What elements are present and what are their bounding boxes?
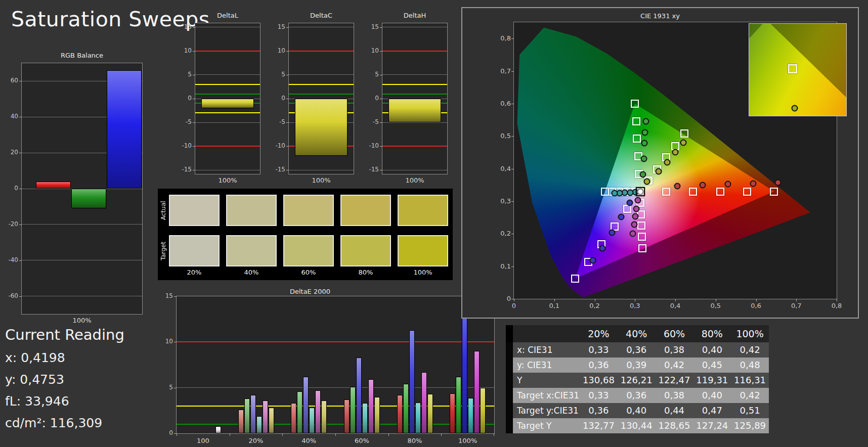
gridline bbox=[22, 296, 142, 296]
y-axis-tick-mark bbox=[511, 266, 514, 267]
deltal-chart[interactable]: 151050-5-10-15 bbox=[195, 23, 261, 174]
deltae-bar-green bbox=[456, 377, 461, 433]
y-axis-tick-mark bbox=[193, 170, 195, 170]
x-axis-tick-label: 0,4 bbox=[664, 302, 686, 309]
y-axis-tick-label: 5 bbox=[268, 71, 285, 78]
y-axis-tick-label: 0 bbox=[1, 185, 18, 192]
y-axis-tick-mark bbox=[193, 75, 195, 75]
deltac-chart[interactable]: 151050-5-10-15 bbox=[288, 23, 354, 174]
swatch-panel[interactable]: ActualTarget20%40%60%80%100% bbox=[158, 189, 453, 280]
target-square-blue bbox=[623, 205, 631, 213]
measured-dot-yellow bbox=[644, 178, 650, 185]
deltal-title: DeltaL bbox=[185, 12, 271, 19]
y-axis-tick-label: 0,2 bbox=[492, 230, 511, 237]
measured-dot-yellow bbox=[664, 159, 671, 165]
y-axis-tick-mark bbox=[19, 296, 22, 297]
swatch-row-label: Actual bbox=[160, 195, 167, 226]
rgb-balance-chart[interactable]: 6040200-20-40-60 bbox=[21, 63, 143, 315]
deltae-bar-magenta bbox=[315, 390, 321, 433]
y-axis-tick-label: 0,3 bbox=[492, 197, 511, 205]
y-axis-tick-label: -5 bbox=[268, 118, 285, 125]
measured-dot-magenta bbox=[634, 197, 641, 204]
reference-line bbox=[177, 341, 494, 342]
table-cell: 0,40 bbox=[693, 388, 731, 403]
y-axis-tick-label: -15 bbox=[362, 166, 379, 173]
table-cell: 0,38 bbox=[656, 388, 693, 403]
table-cell: 0,33 bbox=[580, 388, 618, 403]
y-axis-tick-label: 0,5 bbox=[492, 132, 511, 140]
deltae-bar-blue bbox=[303, 377, 309, 433]
deltae-bar-magenta bbox=[421, 372, 427, 433]
x-axis-tick-mark bbox=[716, 299, 716, 301]
y-axis-tick-mark bbox=[19, 153, 22, 153]
x-axis-tick-mark bbox=[796, 299, 797, 301]
measured-dot-blue bbox=[609, 229, 615, 236]
y-axis-tick-mark bbox=[19, 81, 22, 81]
cie-panel[interactable]: CIE 1931 xy 00,10,20,30,40,50,60,70,800,… bbox=[461, 7, 859, 319]
deltae-bar-green bbox=[244, 398, 250, 433]
current-reading-line: fL: 33,946 bbox=[5, 394, 167, 416]
y-axis-tick-mark bbox=[174, 342, 177, 342]
deltah-chart[interactable]: 151050-5-10-15 bbox=[382, 23, 448, 174]
deltae-group-label: 80% bbox=[388, 437, 442, 444]
table-cell: 122,47 bbox=[656, 373, 693, 388]
x-axis-tick-mark bbox=[554, 299, 555, 301]
measured-dot-cyan bbox=[611, 190, 618, 197]
y-axis-tick-label: -10 bbox=[268, 142, 285, 149]
y-axis-tick-label: 0 bbox=[492, 295, 511, 302]
measured-dot-blue bbox=[618, 213, 625, 220]
table-header-cell: 80% bbox=[693, 325, 731, 342]
current-reading-title: Current Reading bbox=[5, 326, 167, 343]
measured-dot-magenta bbox=[630, 230, 636, 237]
table-row-gutter bbox=[506, 373, 513, 388]
swatch-actual-60% bbox=[283, 195, 334, 226]
reference-line bbox=[382, 94, 447, 95]
target-square-red bbox=[662, 188, 670, 196]
y-axis-tick-mark bbox=[193, 122, 195, 123]
y-axis-tick-label: 15 bbox=[175, 23, 192, 30]
inset-target-square bbox=[788, 64, 797, 73]
current-reading-line: x: 0,4198 bbox=[5, 350, 167, 372]
y-axis-tick-label: -20 bbox=[1, 220, 18, 228]
x-axis-tick-mark bbox=[494, 433, 494, 436]
target-square-magenta bbox=[638, 244, 646, 252]
y-axis-tick-label: 0 bbox=[268, 95, 285, 102]
table-cell: 127,24 bbox=[693, 418, 731, 433]
swatch-actual-100% bbox=[398, 195, 448, 226]
reference-line bbox=[195, 84, 260, 85]
y-axis-tick-label: 10 bbox=[362, 47, 379, 54]
reference-line bbox=[289, 94, 354, 95]
table-header-gutter bbox=[506, 325, 513, 342]
y-axis-tick-label: 0,8 bbox=[492, 34, 511, 42]
gridline bbox=[22, 260, 142, 260]
deltae-bar-cyan bbox=[468, 398, 473, 433]
x-axis-tick-label: 0,5 bbox=[705, 302, 727, 309]
table-cell: 0,36 bbox=[580, 403, 618, 418]
rgb-bar-blue bbox=[107, 70, 142, 189]
table-cell: 0,36 bbox=[580, 357, 618, 373]
reference-line bbox=[382, 146, 447, 147]
deltae-group-label: 100 bbox=[177, 437, 230, 444]
table-row: Target y:CIE310,360,400,440,470,51 bbox=[506, 403, 769, 418]
table-header-cell: 60% bbox=[656, 325, 693, 342]
rgb-balance-xlabel: 100% bbox=[21, 317, 143, 324]
deltae-bar-cyan bbox=[362, 403, 368, 433]
table-cell: 0,42 bbox=[731, 388, 769, 403]
deltae-bar-blue bbox=[409, 330, 415, 433]
table-row-label: Target y:CIE31 bbox=[513, 403, 580, 418]
y-axis-tick-mark bbox=[380, 51, 382, 52]
swatch-actual-40% bbox=[226, 195, 277, 226]
y-axis-tick-mark bbox=[380, 146, 382, 147]
y-axis-tick-label: 20 bbox=[1, 149, 18, 156]
current-reading: Current Reading x: 0,4198y: 0,4753fL: 33… bbox=[5, 326, 167, 437]
x-axis-tick-mark bbox=[230, 433, 230, 436]
y-axis-tick-mark bbox=[511, 299, 514, 299]
x-axis-tick-mark bbox=[595, 299, 595, 301]
deltae-title: DeltaE 2000 bbox=[176, 288, 444, 295]
table-row-label: Y bbox=[513, 373, 580, 388]
y-axis-tick-mark bbox=[19, 260, 22, 261]
swatch-col-label: 40% bbox=[226, 269, 277, 276]
y-axis-tick-label: 5 bbox=[175, 71, 192, 78]
deltae-chart[interactable]: 15105010020%40%60%80%100% bbox=[176, 296, 495, 434]
deltae-bar-blue bbox=[356, 357, 362, 433]
